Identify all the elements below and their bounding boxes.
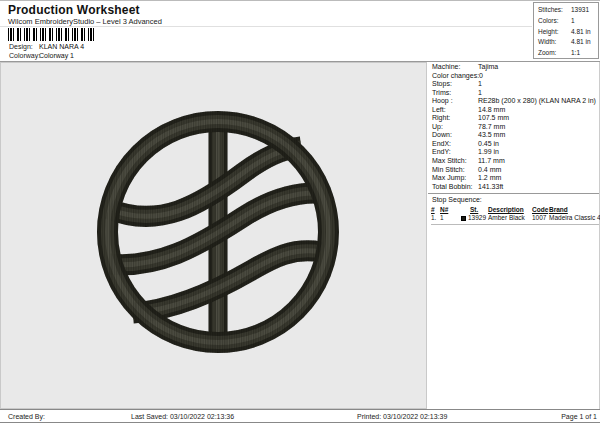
info-machine: Machine:Tajima [432,63,599,72]
info-color-changes: Color changes:0 [432,72,599,81]
info-min-stitch: Min Stitch:0.4 mm [432,166,599,175]
info-trims: Trims:1 [432,89,599,98]
summary-stitches: Stitches: 13931 [538,5,598,16]
thread-brand: Madeira Classic 40 [549,214,600,222]
summary-height: Height: 4.81 in [538,27,598,38]
info-stops: Stops:1 [432,80,599,89]
embroidery-design-image [1,63,426,408]
summary-colors: Colors: 1 [538,16,598,27]
thread-color-swatch [461,216,466,221]
stop-sequence-table: # N# St. Description Code Brand 1. 1 139… [428,206,599,225]
app-subtitle: Wilcom EmbroideryStudio – Level 3 Advanc… [8,17,162,26]
last-saved-label: Last Saved: 03/10/2022 02:13:36 [131,410,234,423]
info-total-bobbin: Total Bobbin:141.33ft [432,183,599,192]
stop-sequence-bottom-line [431,224,599,225]
design-label: Design: [9,43,39,50]
design-summary-box: Stitches: 13931 Colors: 1 Height: 4.81 i… [533,2,599,59]
colorway-value: Colorway 1 [39,52,74,59]
summary-zoom: Zoom: 1:1 [538,48,598,59]
design-preview-area [0,62,427,409]
stop-sequence-title: Stop Sequence: [428,195,599,204]
info-down: Down:43.5 mm [432,131,599,140]
info-max-jump: Max Jump:1.2 mm [432,174,599,183]
design-value: KLAN NARA 4 [39,43,84,50]
info-endx: EndX:0.45 in [432,140,599,149]
colorway-row: Colorway: Colorway 1 [9,52,74,59]
barcode [8,28,96,41]
page-footer: Created By: Last Saved: 03/10/2022 02:13… [0,409,600,423]
machine-info-panel: Machine:Tajima Color changes:0 Stops:1 T… [428,62,600,409]
machine-info-list: Machine:Tajima Color changes:0 Stops:1 T… [428,62,599,191]
page-title: Production Worksheet [8,3,140,17]
thread-code: 1007 [532,214,549,222]
stop-sequence-header-row: # N# St. Description Code Brand [431,206,599,214]
colorway-label: Colorway: [9,52,39,59]
created-by-label: Created By: [8,410,45,423]
design-name-row: Design: KLAN NARA 4 [9,43,84,50]
info-up: Up:78.7 mm [432,123,599,132]
thread-description: Amber Black [488,214,532,222]
info-max-stitch: Max Stitch:11.7 mm [432,157,599,166]
info-endy: EndY:1.99 in [432,148,599,157]
stop-sequence-row: 1. 1 13929 Amber Black 1007 Madeira Clas… [431,214,599,222]
header-divider [0,26,532,27]
printed-label: Printed: 03/10/2022 02:13:39 [357,410,447,423]
info-hoop: Hoop :RE28b (200 x 280) (KLAN NARA 2 in) [432,97,599,106]
page-number: Page 1 of 1 [561,410,597,423]
info-left: Left:14.8 mm [432,106,599,115]
stitch-count: 13929 [468,214,486,222]
stop-sequence-divider [428,193,599,194]
info-right: Right:107.5 mm [432,114,599,123]
summary-width: Width: 4.81 in [538,37,598,48]
production-worksheet-page: Production Worksheet Wilcom EmbroiderySt… [0,0,600,424]
